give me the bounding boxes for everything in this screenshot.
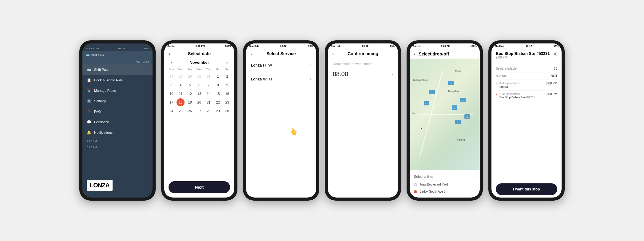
month-label: November: [189, 60, 209, 65]
bus-no-row: Bus No. 2001: [496, 72, 557, 80]
pickup-label: Pick-up location: [499, 82, 519, 85]
cal-day-25[interactable]: 25: [177, 107, 185, 115]
cal-day-6[interactable]: 6: [195, 81, 203, 89]
cal-day-18-selected[interactable]: 18: [177, 98, 185, 106]
cal-day-10[interactable]: 10: [167, 90, 175, 98]
cal-day-14[interactable]: 14: [205, 90, 213, 98]
cal-day-15[interactable]: 15: [214, 90, 222, 98]
dropoff-location-icon: ●: [496, 93, 498, 96]
bus-icon-5[interactable]: 🚌: [429, 90, 435, 94]
next-button[interactable]: Next: [169, 181, 230, 193]
sidebar-item-notifications[interactable]: 🔔 Notifications: [82, 127, 153, 138]
cal-day-12[interactable]: 12: [186, 90, 194, 98]
day-header-tue: Tue: [185, 67, 195, 72]
stop-dot-tuas: [414, 183, 417, 186]
bus-icon-2[interactable]: 🚌: [460, 98, 466, 102]
bus-icon-4[interactable]: 🚌: [455, 120, 461, 124]
cal-day-22[interactable]: 22: [214, 98, 222, 106]
shift-pass-label: Shift Pass: [91, 54, 104, 57]
next-month-button[interactable]: ›: [224, 60, 230, 65]
chevron-right-wth: ›: [310, 76, 311, 81]
cal-day-28[interactable]: 28: [205, 107, 213, 115]
calendar-back-button[interactable]: ‹: [169, 51, 170, 56]
bus-no-value: 2001: [551, 74, 557, 78]
cal-day-13[interactable]: 13: [195, 90, 203, 98]
cal-day-24[interactable]: 24: [167, 107, 175, 115]
cal-day-4[interactable]: 4: [177, 81, 185, 89]
sidebar-shift-pass[interactable]: 🪪 Shift Pass: [82, 51, 153, 59]
cal-day-27[interactable]: 27: [195, 107, 203, 115]
dropoff-value: Bus Stop Bishan Stn #53231: [499, 96, 535, 99]
sidebar-item-faq[interactable]: ❓ FAQ: [82, 106, 153, 117]
map-area[interactable]: Iskandar Puteri Danga Bay Murai Pulau Se…: [410, 59, 480, 170]
battery-6: 15%: [554, 45, 559, 47]
cal-day-11[interactable]: 11: [177, 90, 185, 98]
cal-day-5[interactable]: 5: [186, 81, 194, 89]
stop-item-tuas[interactable]: Tuas Boulevard Yard: [414, 181, 475, 188]
cal-day-21[interactable]: 21: [205, 98, 213, 106]
bus-icon-1[interactable]: 🚌: [448, 81, 454, 85]
map-label-iskandar: Iskandar Puteri: [413, 79, 427, 81]
cal-day-27-prev[interactable]: 27: [167, 72, 175, 80]
timing-value-row[interactable]: 08:00 ›: [328, 67, 398, 81]
close-button[interactable]: ✕: [553, 51, 557, 57]
bus-icon-6[interactable]: 🚌: [424, 101, 429, 105]
map-origin-dot: [420, 128, 423, 130]
cal-day-16[interactable]: 16: [223, 90, 231, 98]
lonza-logo: LONZA: [87, 180, 113, 191]
cal-day-29-prev[interactable]: 29: [186, 72, 194, 80]
carrier-5: Carrier: [413, 45, 421, 47]
prev-month-button[interactable]: ‹: [169, 60, 175, 65]
sidebar-item-settings[interactable]: ⚙️ Settings: [82, 96, 153, 106]
bus-icon-3[interactable]: 🚌: [464, 114, 470, 119]
timing-back-button[interactable]: ‹: [332, 51, 334, 56]
service-name-wth: Lonza WTH: [251, 77, 272, 81]
dropoff-back-button[interactable]: ‹: [414, 51, 415, 57]
time-6: 11:17: [526, 45, 532, 47]
sidebar-item-bookride[interactable]: 📋 Book a Single Ride: [82, 75, 153, 85]
cal-day-28-prev[interactable]: 28: [177, 72, 185, 80]
stop-name-tuas: Tuas Boulevard Yard: [419, 183, 448, 186]
cal-day-29[interactable]: 29: [214, 107, 222, 115]
cal-day-23[interactable]: 23: [223, 98, 231, 106]
phone-6-busstop: StarHub 11:17 15% Bus Stop Bishan Stn #5…: [488, 40, 565, 201]
faq-icon: ❓: [87, 109, 91, 114]
cal-day-20[interactable]: 20: [195, 98, 203, 106]
notifications-icon: 🔔: [87, 130, 91, 135]
service-item-lonza-wth[interactable]: Lonza WTH › 👆: [246, 72, 316, 86]
cal-day-30-prev[interactable]: 30: [195, 72, 203, 80]
bus-icon-selected[interactable]: 🚌: [452, 105, 457, 110]
i-want-this-stop-button[interactable]: I want this stop: [496, 183, 557, 195]
service-back-button[interactable]: ‹: [250, 51, 252, 56]
dropoff-title: Select drop-off: [419, 51, 449, 56]
map-label-murai: Murai: [455, 70, 461, 72]
sidebar-item-managerides[interactable]: ✂️ Manage Rides: [82, 85, 153, 96]
cal-day-8[interactable]: 8: [214, 81, 222, 89]
cal-day-26[interactable]: 26: [186, 107, 194, 115]
cal-day-3[interactable]: 3: [167, 81, 175, 89]
stop-item-bedok[interactable]: Bedok South Ave 3: [414, 188, 475, 195]
select-time-row[interactable]: Select a time ›: [414, 173, 475, 181]
seats-row: Seats available 36: [496, 65, 557, 72]
sidebar-shiftpass-label: Shift Pass: [94, 68, 109, 71]
sidebar-schedule: Nov - 1 Dec: [82, 59, 153, 64]
cal-day-19[interactable]: 19: [186, 98, 194, 106]
cal-day-17[interactable]: 17: [167, 98, 175, 106]
cal-day-2[interactable]: 2: [223, 72, 231, 80]
cal-day-30[interactable]: 30: [223, 107, 231, 115]
sidebar-item-shiftpass[interactable]: 🪪 Shift Pass: [82, 64, 153, 75]
dropoff-bottom: Select a time › Tuas Boulevard Yard Bedo…: [410, 170, 480, 198]
timing-value: 08:00: [333, 71, 348, 78]
cal-day-7[interactable]: 7: [205, 81, 213, 89]
cal-day-9[interactable]: 9: [223, 81, 231, 89]
cal-day-1[interactable]: 1: [214, 72, 222, 80]
pickup-time: 8:00 PM: [546, 82, 557, 85]
sidebar-item-feedback[interactable]: 💬 Feedback: [82, 117, 153, 127]
day-header-wed: Wed: [195, 67, 204, 72]
cal-day-31-prev[interactable]: 31: [205, 72, 213, 80]
service-item-lonza-htw[interactable]: Lonza HTW ›: [246, 58, 316, 72]
sidebar-feedback-label: Feedback: [94, 120, 109, 124]
busstop-time: 9:00 PM: [496, 56, 557, 59]
status-bar-3: StarHub 09:52 73%: [246, 43, 316, 48]
timing-header: ‹ Confirm timing: [328, 48, 398, 58]
